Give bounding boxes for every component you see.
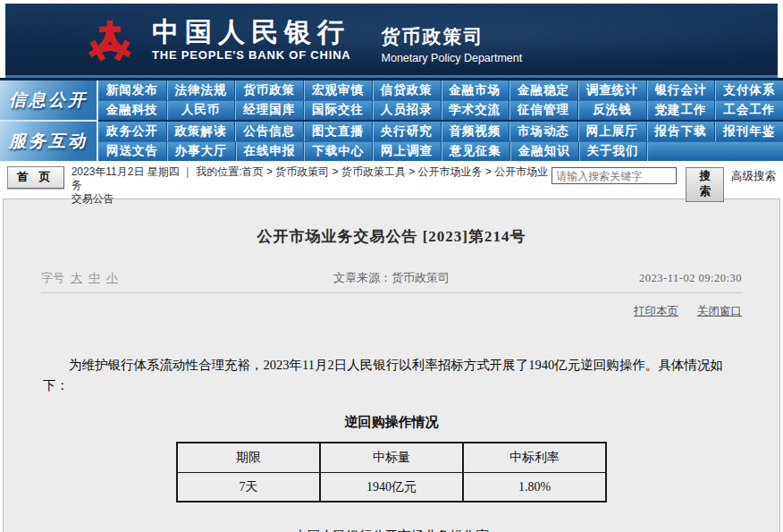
article-timestamp: 2023-11-02 09:20:30 bbox=[523, 272, 742, 285]
main-navigation: 信息公开 服务互动 新闻发布 法律法规 货币政策 宏观审慎 信贷政策 金融市场 … bbox=[0, 78, 783, 161]
nav-item[interactable]: 金融科技 bbox=[98, 101, 166, 121]
font-size-label: 字号 bbox=[41, 270, 64, 286]
table-row: 7天 1940亿元 1.80% bbox=[177, 472, 606, 502]
nav-item[interactable]: 人员招录 bbox=[372, 101, 441, 121]
article-paragraph: 为维护银行体系流动性合理充裕，2023年11月2日人民银行以利率招标方式开展了1… bbox=[43, 355, 740, 396]
nav-item[interactable]: 党建工作 bbox=[646, 101, 715, 121]
print-page-link[interactable]: 打印本页 bbox=[634, 305, 678, 317]
advanced-search-link[interactable]: 高级搜索 bbox=[731, 169, 776, 184]
department-name-cn: 货币政策司 bbox=[382, 24, 523, 49]
nav-item[interactable]: 公告信息 bbox=[234, 122, 303, 141]
table-title: 逆回购操作情况 bbox=[4, 414, 779, 431]
breadcrumb-bar: 首 页 2023年11月2日 星期四 ｜ 我的位置:首页 > 货币政策司 > 货… bbox=[0, 161, 783, 197]
search-input[interactable] bbox=[551, 167, 677, 184]
nav-item[interactable]: 金融知识 bbox=[509, 142, 578, 162]
nav-section-labels: 信息公开 服务互动 bbox=[0, 80, 98, 161]
nav-item[interactable]: 金融稳定 bbox=[509, 80, 577, 100]
nav-item[interactable]: 办事大厅 bbox=[166, 142, 235, 162]
nav-item[interactable]: 人民币 bbox=[166, 101, 235, 121]
bank-name-cn: 中国人民银行 bbox=[152, 18, 351, 46]
nav-item[interactable]: 政务公开 bbox=[98, 122, 166, 141]
nav-item[interactable]: 宏观审慎 bbox=[303, 80, 372, 100]
nav-section-info-disclosure[interactable]: 信息公开 bbox=[0, 80, 98, 120]
nav-section-service-interaction[interactable]: 服务互动 bbox=[0, 120, 98, 161]
search-button[interactable]: 搜索 bbox=[686, 167, 724, 202]
nav-item[interactable]: 信贷政策 bbox=[372, 80, 441, 100]
signoff-organization: 中国人民银行公开市场业务操作室 bbox=[4, 528, 779, 532]
nav-row-2: 金融科技 人民币 经理国库 国际交往 人员招录 学术交流 征信管理 反洗钱 党建… bbox=[98, 100, 783, 121]
breadcrumb-line2[interactable]: 交易公告 bbox=[72, 192, 552, 206]
nav-item[interactable]: 国际交往 bbox=[303, 101, 372, 121]
table-header-term: 期限 bbox=[177, 443, 320, 472]
nav-item[interactable]: 工会工作 bbox=[714, 101, 783, 121]
nav-item[interactable]: 在线申报 bbox=[235, 142, 304, 162]
nav-item[interactable]: 征信管理 bbox=[509, 101, 577, 121]
nav-item[interactable]: 调查统计 bbox=[577, 80, 646, 100]
nav-item[interactable]: 央行研究 bbox=[372, 122, 441, 141]
nav-item[interactable]: 网上展厅 bbox=[577, 122, 646, 141]
nav-item[interactable]: 意见征集 bbox=[441, 142, 509, 162]
article-source: 文章来源：货币政策司 bbox=[260, 270, 523, 286]
nav-row-1: 新闻发布 法律法规 货币政策 宏观审慎 信贷政策 金融市场 金融稳定 调查统计 … bbox=[98, 80, 783, 100]
nav-item[interactable]: 市场动态 bbox=[509, 122, 577, 141]
nav-row-filler bbox=[646, 142, 783, 162]
nav-item[interactable]: 关于我们 bbox=[578, 142, 647, 162]
table-cell-term: 7天 bbox=[177, 472, 320, 502]
nav-item[interactable]: 银行会计 bbox=[646, 80, 715, 100]
nav-item[interactable]: 法律法规 bbox=[166, 80, 235, 100]
nav-item[interactable]: 网上调查 bbox=[372, 142, 441, 162]
page-title: 公开市场业务交易公告 [2023]第214号 bbox=[4, 199, 779, 247]
masthead: 中国人民银行 THE PEOPLE'S BANK OF CHINA 货币政策司 … bbox=[5, 4, 778, 78]
nav-item[interactable]: 报告下载 bbox=[646, 122, 715, 141]
nav-item[interactable]: 音频视频 bbox=[441, 122, 509, 141]
table-header-volume: 中标量 bbox=[320, 443, 463, 472]
nav-item[interactable]: 下载中心 bbox=[303, 142, 372, 162]
nav-row-4: 网送文告 办事大厅 在线申报 下载中心 网上调查 意见征集 金融知识 关于我们 bbox=[98, 141, 783, 162]
nav-item[interactable]: 图文直播 bbox=[303, 122, 372, 141]
nav-item[interactable]: 新闻发布 bbox=[98, 80, 166, 100]
nav-item[interactable]: 报刊年鉴 bbox=[714, 122, 783, 141]
nav-item[interactable]: 货币政策 bbox=[234, 80, 303, 100]
table-cell-volume: 1940亿元 bbox=[320, 472, 463, 502]
article-panel: 公开市场业务交易公告 [2023]第214号 字号 大 中 小 文章来源：货币政… bbox=[3, 198, 780, 532]
nav-item[interactable]: 政策解读 bbox=[166, 122, 235, 141]
nav-row-3: 政务公开 政策解读 公告信息 图文直播 央行研究 音频视频 市场动态 网上展厅 … bbox=[98, 120, 783, 141]
breadcrumb: 2023年11月2日 星期四 ｜ 我的位置:首页 > 货币政策司 > 货币政策工… bbox=[72, 165, 552, 206]
nav-item[interactable]: 金融市场 bbox=[441, 80, 509, 100]
breadcrumb-line1[interactable]: 2023年11月2日 星期四 ｜ 我的位置:首页 > 货币政策司 > 货币政策工… bbox=[72, 165, 552, 192]
nav-item[interactable]: 支付体系 bbox=[714, 80, 783, 100]
table-header-row: 期限 中标量 中标利率 bbox=[177, 443, 606, 472]
pboc-logo-icon bbox=[80, 10, 139, 69]
font-size-large[interactable]: 大 bbox=[71, 270, 82, 286]
table-header-rate: 中标利率 bbox=[463, 443, 606, 472]
article-actions: 打印本页 关闭窗口 bbox=[41, 304, 742, 319]
font-size-medium[interactable]: 中 bbox=[88, 270, 100, 286]
reverse-repo-table: 期限 中标量 中标利率 7天 1940亿元 1.80% bbox=[176, 442, 607, 502]
bank-title: 中国人民银行 THE PEOPLE'S BANK OF CHINA bbox=[152, 18, 351, 62]
masthead-wrap: 中国人民银行 THE PEOPLE'S BANK OF CHINA 货币政策司 … bbox=[0, 0, 783, 78]
department-title: 货币政策司 Monetary Policy Department bbox=[382, 15, 523, 64]
nav-menu-grid: 新闻发布 法律法规 货币政策 宏观审慎 信贷政策 金融市场 金融稳定 调查统计 … bbox=[98, 80, 783, 161]
nav-item[interactable]: 网送文告 bbox=[98, 142, 166, 162]
home-button[interactable]: 首 页 bbox=[7, 166, 64, 189]
close-window-link[interactable]: 关闭窗口 bbox=[697, 305, 742, 317]
department-name-en: Monetary Policy Department bbox=[382, 52, 523, 64]
nav-item[interactable]: 反洗钱 bbox=[577, 101, 646, 121]
font-size-controls: 字号 大 中 小 bbox=[41, 270, 260, 286]
nav-item[interactable]: 学术交流 bbox=[441, 101, 509, 121]
table-cell-rate: 1.80% bbox=[463, 472, 606, 502]
nav-item[interactable]: 经理国库 bbox=[234, 101, 303, 121]
bank-name-en: THE PEOPLE'S BANK OF CHINA bbox=[152, 48, 351, 62]
article-meta-row: 字号 大 中 小 文章来源：货币政策司 2023-11-02 09:20:30 bbox=[41, 270, 742, 293]
font-size-small[interactable]: 小 bbox=[106, 270, 118, 286]
